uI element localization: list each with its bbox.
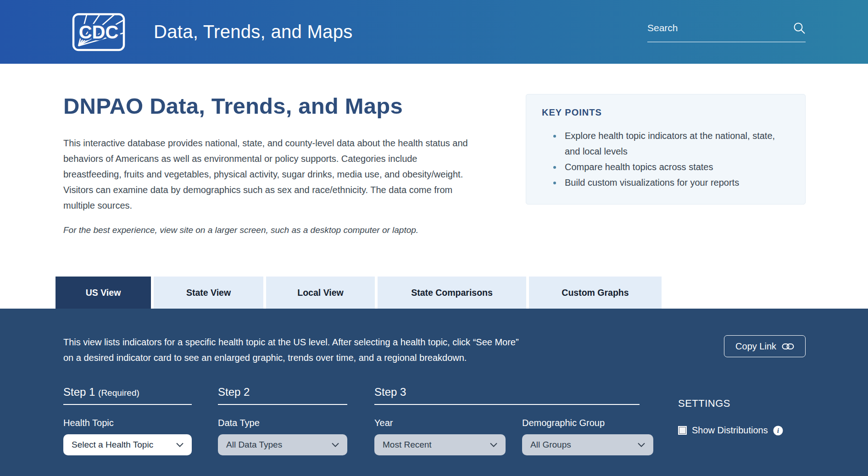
year-select[interactable]: Most Recent <box>374 434 506 455</box>
key-points-card: KEY POINTS Explore health topic indicato… <box>526 94 806 205</box>
demographic-group-label: Demographic Group <box>522 418 653 430</box>
step-1-heading: Step 1 (Required) <box>63 386 192 405</box>
health-topic-label: Health Topic <box>63 418 192 430</box>
key-point-item: Compare health topics across states <box>562 159 790 175</box>
hero-text-block: DNPAO Data, Trends, and Maps This intera… <box>63 93 479 277</box>
copy-link-button[interactable]: Copy Link <box>724 335 806 357</box>
settings-column: SETTINGS Show Distributions i <box>678 386 806 455</box>
chevron-down-icon <box>332 443 339 447</box>
search-icon[interactable] <box>793 22 806 34</box>
chevron-down-icon <box>176 443 184 447</box>
cdc-logo-icon[interactable]: CDC <box>72 13 125 51</box>
svg-text:i: i <box>777 427 779 434</box>
view-tabs: US View State View Local View State Comp… <box>0 277 868 309</box>
tab-state-comparisons[interactable]: State Comparisons <box>378 277 526 309</box>
demographic-group-field: Demographic Group All Groups <box>522 405 653 455</box>
step-3-column: Step 3 Year Most Recent Demographic Grou… <box>374 386 653 455</box>
key-points-heading: KEY POINTS <box>542 107 790 118</box>
page-title: DNPAO Data, Trends, and Maps <box>63 93 479 119</box>
data-type-select[interactable]: All Data Types <box>218 434 347 455</box>
info-icon[interactable]: i <box>773 426 783 436</box>
screen-size-note: For the best experience, view site on a … <box>63 225 479 235</box>
step-3-heading: Step 3 <box>374 386 640 405</box>
hero-section: DNPAO Data, Trends, and Maps This intera… <box>0 64 868 277</box>
show-distributions-control: Show Distributions i <box>678 425 806 436</box>
step-2-column: Step 2 Data Type All Data Types <box>218 386 347 455</box>
key-points-list: Explore health topic indicators at the n… <box>562 128 790 190</box>
tab-local-view[interactable]: Local View <box>266 277 375 309</box>
show-distributions-checkbox[interactable] <box>678 426 687 435</box>
demographic-group-select[interactable]: All Groups <box>522 434 653 455</box>
health-topic-select[interactable]: Select a Health Topic <box>63 434 192 455</box>
year-label: Year <box>374 418 506 430</box>
tab-us-view[interactable]: US View <box>56 277 151 309</box>
health-topic-value: Select a Health Topic <box>72 440 153 450</box>
link-icon <box>782 343 794 350</box>
us-view-panel: This view lists indicators for a specifi… <box>0 309 868 476</box>
data-type-value: All Data Types <box>226 440 282 450</box>
page-description: This interactive database provides natio… <box>63 135 472 213</box>
key-point-item: Explore health topic indicators at the n… <box>562 128 790 159</box>
search-input[interactable] <box>647 22 793 33</box>
key-point-item: Build custom visualizations for your rep… <box>562 175 790 190</box>
view-description: This view lists indicators for a specifi… <box>63 334 531 365</box>
svg-text:CDC: CDC <box>79 22 119 42</box>
settings-heading: SETTINGS <box>678 398 806 410</box>
chevron-down-icon <box>490 443 497 447</box>
year-field: Year Most Recent <box>374 405 506 455</box>
step-1-title: Step 1 <box>63 386 95 398</box>
app-header: CDC Data, Trends, and Maps <box>0 0 868 64</box>
demographic-group-value: All Groups <box>530 440 571 450</box>
data-type-label: Data Type <box>218 418 347 430</box>
filter-steps: Step 1 (Required) Health Topic Select a … <box>63 386 806 455</box>
tab-custom-graphs[interactable]: Custom Graphs <box>529 277 662 309</box>
step-1-required: (Required) <box>98 388 139 398</box>
search-box <box>647 22 806 42</box>
chevron-down-icon <box>638 443 645 447</box>
site-title: Data, Trends, and Maps <box>154 22 353 42</box>
step-1-column: Step 1 (Required) Health Topic Select a … <box>63 386 192 455</box>
show-distributions-label[interactable]: Show Distributions <box>692 425 768 436</box>
step-2-heading: Step 2 <box>218 386 347 405</box>
copy-link-label: Copy Link <box>735 341 776 352</box>
year-value: Most Recent <box>383 440 432 450</box>
tab-state-view[interactable]: State View <box>154 277 263 309</box>
